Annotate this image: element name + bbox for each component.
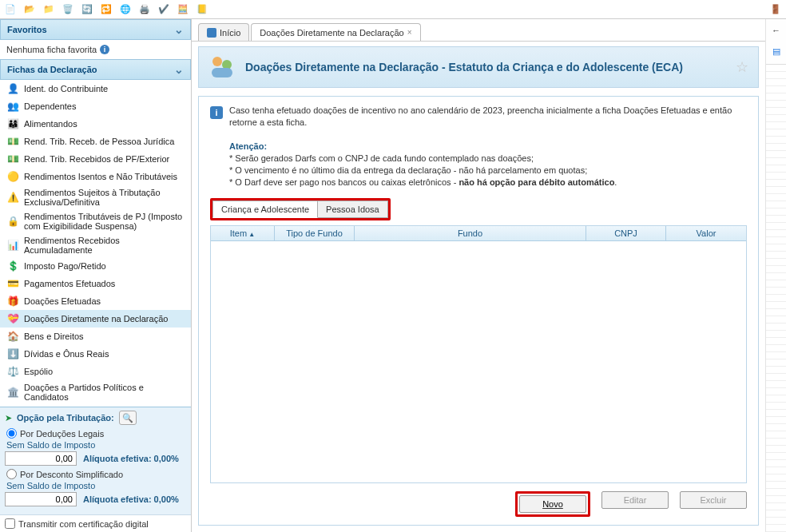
cert-digital-checkbox[interactable]	[5, 518, 15, 529]
col-item[interactable]: Item	[211, 226, 275, 240]
fichas-header[interactable]: Fichas da Declaração	[0, 59, 191, 80]
grid-body-empty	[211, 241, 746, 482]
aliquota-simplificado: Alíquota efetiva: 0,00%	[83, 494, 179, 504]
tax-option-box: ➤ Opção pela Tributação: 🔍 Por Deduções …	[0, 407, 191, 514]
close-icon[interactable]: ×	[407, 28, 412, 37]
search-icon[interactable]: 🔍	[119, 411, 137, 425]
doc-icon[interactable]: ▤	[770, 45, 783, 58]
info-icon: i	[210, 106, 223, 119]
favorite-star-icon[interactable]: ☆	[736, 58, 748, 76]
col-valor[interactable]: Valor	[666, 226, 746, 240]
main-area: Início Doações Diretamente na Declaração…	[192, 19, 765, 532]
tree-item[interactable]: 🟡Rendimentos Isentos e Não Tributáveis	[0, 168, 191, 185]
radio-deducoes-input[interactable]	[6, 428, 17, 439]
cert-digital-label: Transmitir com certificação digital	[18, 519, 149, 529]
help-icon[interactable]: 📒	[195, 2, 209, 17]
tree-item[interactable]: ⚠️Rendimentos Sujeitos à Tributação Excl…	[0, 185, 191, 209]
tree-item[interactable]: 🎁Doações Efetuadas	[0, 292, 191, 310]
tree-item[interactable]: 🔒Rendimentos Tributáveis de PJ (Imposto …	[0, 209, 191, 233]
aliquota-deducoes: Alíquota efetiva: 0,00%	[83, 454, 179, 463]
highlight-subtabs: Criança e Adolescente Pessoa Idosa	[210, 198, 391, 220]
subtab-crianca[interactable]: Criança e Adolescente	[212, 200, 318, 218]
people-icon: 👥	[6, 100, 19, 113]
info-icon[interactable]: i	[100, 45, 109, 54]
new-doc-icon[interactable]: 📄	[3, 2, 18, 17]
col-cnpj[interactable]: CNPJ	[586, 226, 666, 240]
calculator-icon[interactable]: 🧮	[176, 2, 190, 17]
novo-button[interactable]: Novo	[519, 495, 586, 513]
assets-icon: 🏠	[6, 330, 19, 343]
tree-item[interactable]: 💲Imposto Pago/Retido	[0, 257, 191, 275]
sem-saldo-label-1: Sem Saldo de Imposto	[6, 440, 186, 450]
donation-people-icon	[208, 54, 236, 81]
editar-button: Editar	[601, 491, 669, 509]
tree-item[interactable]: 👤Ident. do Contribuinte	[0, 80, 191, 97]
col-tipo[interactable]: Tipo de Fundo	[275, 226, 355, 240]
warning-icon: ⚠️	[6, 191, 19, 204]
page-title: Doações Diretamente na Declaração - Esta…	[245, 61, 726, 73]
radio-deducoes-label: Por Deduções Legais	[20, 429, 104, 439]
tree-item[interactable]: ⬇️Dívidas e Ônus Reais	[0, 345, 191, 363]
tree-item[interactable]: 👨‍👩‍👦Alimentandos	[0, 115, 191, 133]
chevron-down-icon	[174, 63, 184, 76]
atencao-label: Atenção:	[229, 141, 267, 151]
donation-icon: 💝	[6, 312, 19, 325]
favorites-title: Favoritos	[7, 25, 47, 34]
tree-item[interactable]: 🏛️Doações a Partidos Políticos e Candida…	[0, 380, 191, 404]
favorites-header[interactable]: Favoritos	[0, 19, 191, 40]
radio-simplificado-input[interactable]	[6, 469, 17, 479]
favorites-empty-row: Nenhuma ficha favorita i	[0, 40, 191, 59]
col-fundo[interactable]: Fundo	[355, 226, 586, 240]
tax-icon: 💲	[6, 260, 19, 272]
simplificado-value-input[interactable]	[5, 492, 77, 506]
notice-msg: Caso tenha efetuado doações de incentivo…	[229, 105, 732, 127]
tree-item-selected[interactable]: 💝Doações Diretamente na Declaração	[0, 310, 191, 328]
accum-icon: 📊	[6, 239, 19, 252]
sidebar: Favoritos Nenhuma ficha favorita i Ficha…	[0, 19, 192, 532]
favorites-empty-label: Nenhuma ficha favorita	[6, 45, 97, 54]
tab-home-label: Início	[220, 28, 240, 38]
arrow-icon: ➤	[5, 413, 12, 423]
exempt-icon: 🟡	[6, 170, 19, 183]
excluir-button: Excluir	[680, 491, 747, 509]
check-icon[interactable]: ✔️	[157, 2, 171, 17]
estate-icon: ⚖️	[6, 365, 19, 378]
button-row: Novo Editar Excluir	[199, 483, 758, 525]
radio-deducoes[interactable]: Por Deduções Legais	[6, 428, 186, 439]
tree-item[interactable]: 💵Rend. Trib. Receb. de Pessoa Jurídica	[0, 133, 191, 150]
gift-icon: 🎁	[6, 295, 19, 308]
tab-bar: Início Doações Diretamente na Declaração…	[192, 19, 765, 42]
trash-icon[interactable]: 🗑️	[61, 2, 75, 17]
radio-simplificado-label: Por Desconto Simplificado	[20, 470, 123, 479]
tree-item[interactable]: 👥Dependentes	[0, 97, 191, 115]
print-icon[interactable]: 🖨️	[137, 2, 152, 17]
open-folder-icon[interactable]: 📂	[22, 2, 37, 17]
debt-icon: ⬇️	[6, 347, 19, 360]
card-icon: 💳	[6, 277, 19, 290]
tree-item[interactable]: 💵Rend. Trib. Recebidos de PF/Exterior	[0, 150, 191, 168]
tab-active-label: Doações Diretamente na Declaração	[260, 28, 403, 38]
sync-icon[interactable]: 🔁	[99, 2, 113, 17]
deducoes-value-input[interactable]	[5, 451, 77, 466]
tree-item[interactable]: ⚖️Espólio	[0, 363, 191, 380]
person-icon: 👤	[6, 82, 19, 95]
notice-l3a: * O Darf deve ser pago nos bancos ou cai…	[229, 177, 458, 187]
folder-icon[interactable]: 📁	[42, 2, 56, 17]
tree-item[interactable]: 💳Pagamentos Efetuados	[0, 275, 191, 292]
exit-icon[interactable]: 🚪	[768, 2, 783, 17]
chevron-down-icon	[174, 23, 184, 36]
back-arrow-icon[interactable]: ←	[770, 24, 783, 37]
subtab-idosa[interactable]: Pessoa Idosa	[318, 200, 388, 218]
refresh-icon[interactable]: 🔄	[80, 2, 94, 17]
globe-icon[interactable]: 🌐	[118, 2, 133, 17]
right-strip: ← ▤	[765, 19, 786, 532]
tree-item[interactable]: 📊Rendimentos Recebidos Acumuladamente	[0, 233, 191, 257]
tab-home[interactable]: Início	[198, 23, 249, 41]
tree-item[interactable]: 🏠Bens e Direitos	[0, 328, 191, 345]
radio-simplificado[interactable]: Por Desconto Simplificado	[6, 469, 186, 479]
suspended-icon: 🔒	[6, 215, 19, 228]
notice-l3c: .	[614, 177, 617, 187]
tab-active[interactable]: Doações Diretamente na Declaração ×	[251, 23, 420, 41]
content: i Caso tenha efetuado doações de incenti…	[198, 96, 759, 526]
cert-digital-row[interactable]: Transmitir com certificação digital	[0, 514, 191, 532]
